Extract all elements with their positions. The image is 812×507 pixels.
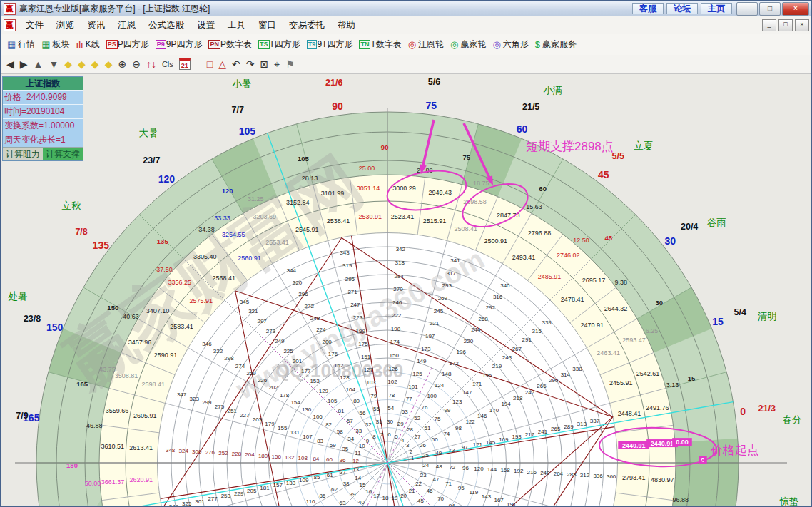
svg-text:2568.41: 2568.41 <box>212 275 235 282</box>
svg-text:336: 336 <box>593 473 603 479</box>
svg-text:292: 292 <box>486 304 496 311</box>
svg-text:2485.91: 2485.91 <box>538 273 562 280</box>
close-button[interactable]: × <box>782 2 809 16</box>
svg-text:46: 46 <box>427 488 433 494</box>
svg-text:173: 173 <box>421 346 431 352</box>
toolbar-button-quotes[interactable]: ▦行情 <box>7 39 35 51</box>
drawtool-triangle-up[interactable]: ▲ <box>34 57 44 71</box>
svg-text:15: 15 <box>688 374 696 382</box>
svg-text:133: 133 <box>286 480 296 486</box>
toolbar-button-kline[interactable]: ılıK线 <box>76 39 100 51</box>
svg-text:313: 313 <box>577 421 587 427</box>
svg-text:156: 156 <box>271 454 281 460</box>
svg-text:清明: 清明 <box>758 311 777 322</box>
svg-text:96.88: 96.88 <box>672 496 689 503</box>
svg-text:197: 197 <box>425 333 435 339</box>
drawtool-zoom-out[interactable]: ⊖ <box>132 57 141 71</box>
svg-text:2440.91: 2440.91 <box>622 442 646 449</box>
svg-text:3457.96: 3457.96 <box>128 339 152 346</box>
drawtool-diamond-left[interactable]: ◆ <box>64 57 72 71</box>
svg-text:121: 121 <box>473 441 483 448</box>
toolbar-button-hexagon[interactable]: ◎六角形 <box>492 39 528 51</box>
svg-text:5/6: 5/6 <box>428 77 440 87</box>
menu-item-交易委托[interactable]: 交易委托 <box>283 17 331 34</box>
toolbar-button-9t-square[interactable]: T99T四方形 <box>307 39 353 51</box>
menu-item-帮助[interactable]: 帮助 <box>331 17 362 34</box>
calc-support-button[interactable]: 计算支撑 <box>43 147 83 160</box>
menu-item-浏览[interactable]: 浏览 <box>50 17 81 34</box>
drawtool-boxed-x[interactable]: ⊠ <box>260 57 269 71</box>
svg-text:2455.91: 2455.91 <box>609 379 633 386</box>
drawtool-triangle-down[interactable]: ▼ <box>49 57 59 71</box>
toolbar-button-sectors[interactable]: ▦板块 <box>41 39 69 51</box>
window-title: 赢家江恩专业版[赢家服务平台] - [上证指数 江恩轮] <box>19 3 210 15</box>
mdi-restore-button[interactable]: □ <box>778 19 793 31</box>
svg-text:2796.88: 2796.88 <box>528 230 552 237</box>
menu-item-窗口[interactable]: 窗口 <box>252 17 283 34</box>
toolbar-button-gann-wheel[interactable]: ◎江恩轮 <box>408 39 444 51</box>
menu-item-文件[interactable]: 文件 <box>19 17 50 34</box>
svg-text:3000.29: 3000.29 <box>392 185 416 192</box>
title-bar: 赢 赢家江恩专业版[赢家服务平台] - [上证指数 江恩轮] 客服论坛主页 —□… <box>1 1 811 17</box>
toolbar-button-p-table[interactable]: PNP数字表 <box>208 39 252 51</box>
svg-text:30: 30 <box>656 299 664 307</box>
drawtool-calendar[interactable]: 21 <box>179 58 191 70</box>
svg-text:217: 217 <box>525 431 535 438</box>
svg-text:192: 192 <box>514 468 524 474</box>
svg-text:176: 176 <box>328 351 338 357</box>
svg-text:2949.43: 2949.43 <box>428 189 452 196</box>
menu-item-资讯[interactable]: 资讯 <box>81 17 111 34</box>
maximize-button[interactable]: □ <box>759 2 781 16</box>
svg-text:219: 219 <box>492 363 502 369</box>
mdi-close-button[interactable]: × <box>795 19 809 31</box>
menu-item-工具[interactable]: 工具 <box>221 17 252 34</box>
drawtool-zoom-in[interactable]: ⊕ <box>118 57 126 71</box>
minimize-button[interactable]: — <box>736 2 758 16</box>
toolbar-button-p-square[interactable]: PSP四方形 <box>106 39 149 51</box>
svg-text:153: 153 <box>310 378 320 384</box>
menu-item-江恩[interactable]: 江恩 <box>111 17 142 34</box>
menu-item-公式选股[interactable]: 公式选股 <box>142 17 191 34</box>
drawtool-cls[interactable]: Cls <box>162 57 173 71</box>
sectors-icon: ▦ <box>41 39 50 50</box>
calc-resistance-button[interactable]: 计算阻力 <box>3 147 43 160</box>
titlebar-button-主页[interactable]: 主页 <box>701 3 732 14</box>
main-toolbar: ▦行情▦板块ılıK线PSP四方形P99P四方形PNP数字表TST四方形T99T… <box>1 34 811 56</box>
drawtool-diamond-down[interactable]: ◆ <box>105 57 113 71</box>
svg-text:343: 343 <box>340 250 350 256</box>
drawtool-pin[interactable]: ⚑ <box>285 57 295 71</box>
drawtool-rotate-ccw[interactable]: ↶ <box>232 57 240 71</box>
svg-text:2493.41: 2493.41 <box>512 254 536 261</box>
svg-text:316: 316 <box>493 294 503 300</box>
drawtool-diamond-up[interactable]: ◆ <box>91 57 99 71</box>
drawtool-triangle[interactable]: △ <box>218 57 226 71</box>
toolbar-button-9p-square[interactable]: P99P四方形 <box>156 39 203 51</box>
svg-text:205: 205 <box>247 488 257 494</box>
drawtool-center-target[interactable]: ⌖ <box>274 57 280 71</box>
drawtool-square[interactable]: □ <box>207 57 213 71</box>
toolbar-button-t-square[interactable]: TST四方形 <box>258 39 300 51</box>
svg-text:63: 63 <box>340 500 346 506</box>
svg-text:180: 180 <box>258 453 268 459</box>
titlebar-button-客服[interactable]: 客服 <box>632 3 664 14</box>
drawtool-updown[interactable]: ↑↓ <box>146 57 156 71</box>
svg-text:97: 97 <box>462 444 468 451</box>
toolbar-button-winner-wheel[interactable]: ◎赢家轮 <box>450 39 486 51</box>
toolbar-button-t-table[interactable]: TNT数字表 <box>359 39 401 51</box>
toolbar-button-winner-service[interactable]: $赢家服务 <box>535 39 577 51</box>
gann-wheel-chart[interactable]: 赢家财富网www.yingjia360.comQQ:10080036012345… <box>1 73 812 507</box>
svg-text:324: 324 <box>179 448 189 454</box>
drawtool-rotate-cw[interactable]: ↷ <box>246 57 255 71</box>
drawtool-step-forward[interactable]: ▶ <box>20 57 28 71</box>
svg-text:55: 55 <box>373 406 380 412</box>
menu-item-设置[interactable]: 设置 <box>191 17 221 34</box>
titlebar-button-论坛[interactable]: 论坛 <box>666 3 698 14</box>
svg-text:3101.99: 3101.99 <box>321 190 345 197</box>
winner-wheel-icon: ◎ <box>450 39 458 50</box>
mdi-minimize-button[interactable]: _ <box>762 19 776 31</box>
svg-text:40: 40 <box>358 499 365 506</box>
svg-text:12: 12 <box>352 458 359 464</box>
svg-text:344: 344 <box>287 267 297 274</box>
drawtool-step-back[interactable]: ◀ <box>6 57 14 71</box>
drawtool-diamond-right[interactable]: ◆ <box>78 57 86 71</box>
